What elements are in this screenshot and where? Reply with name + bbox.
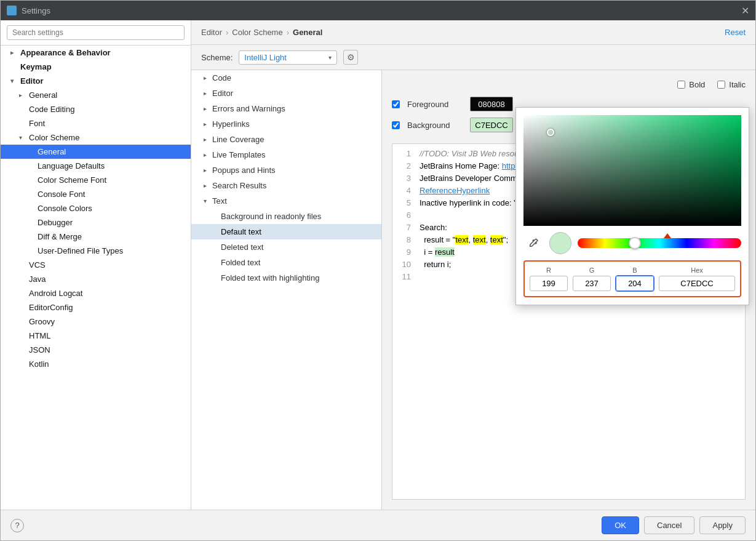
apply-button[interactable]: Apply — [699, 516, 746, 534]
sidebar-item-json[interactable]: JSON — [1, 343, 191, 357]
arrow-icon — [28, 247, 36, 254]
tree-arrow-icon: ▸ — [204, 105, 212, 112]
cancel-button[interactable]: Cancel — [644, 516, 694, 534]
bold-checkbox[interactable] — [677, 81, 685, 89]
sidebar-item-font[interactable]: Font — [1, 116, 191, 130]
help-button[interactable]: ? — [10, 519, 24, 532]
tree-item-deleted-text[interactable]: Deleted text — [191, 239, 381, 255]
arrow-icon: ▾ — [10, 78, 19, 84]
foreground-checkbox[interactable] — [392, 100, 400, 108]
arrow-icon — [10, 63, 19, 70]
sidebar-item-appearance[interactable]: ▸ Appearance & Behavior — [1, 46, 191, 60]
tree-item-search[interactable]: ▸ Search Results — [191, 178, 381, 193]
tree-item-line-coverage[interactable]: ▸ Line Coverage — [191, 132, 381, 147]
tree-item-code[interactable]: ▸ Code — [191, 70, 381, 86]
sidebar-item-console-font[interactable]: Console Font — [1, 187, 191, 201]
tree-item-editor[interactable]: ▸ Editor — [191, 86, 381, 101]
sidebar-item-debugger[interactable]: Debugger — [1, 215, 191, 230]
color-picker-popup: R G B Hex — [515, 107, 749, 305]
g-label: G — [589, 266, 595, 274]
reset-button[interactable]: Reset — [725, 28, 746, 37]
picker-dot — [547, 129, 554, 136]
arrow-icon — [28, 219, 36, 226]
svg-rect-1 — [523, 115, 741, 226]
italic-checkbox[interactable] — [717, 81, 725, 89]
rgb-inputs: R G B Hex — [523, 260, 741, 297]
tree-item-folded-text[interactable]: Folded text — [191, 255, 381, 270]
highlight-text: text — [473, 235, 486, 244]
app-icon — [7, 6, 17, 15]
eyedropper-button[interactable] — [523, 233, 543, 253]
b-input[interactable] — [616, 276, 654, 291]
bottom-bar: ? OK Cancel Apply — [1, 510, 755, 540]
sidebar-item-android-logcat[interactable]: Android Logcat — [1, 286, 191, 300]
nav-tree: ▸ Appearance & Behavior Keymap ▾ Editor … — [1, 46, 191, 510]
sidebar-item-java[interactable]: Java — [1, 272, 191, 286]
line-num: 1 — [392, 149, 417, 158]
sidebar-item-groovy[interactable]: Groovy — [1, 315, 191, 329]
arrow-icon — [28, 148, 36, 155]
italic-label: Italic — [729, 80, 746, 89]
tree-item-default-text[interactable]: Default text — [191, 224, 381, 239]
sidebar-item-general-sub[interactable]: General — [1, 145, 191, 159]
foreground-hex-label: 080808 — [478, 100, 504, 109]
hue-indicator — [664, 233, 671, 238]
color-gradient[interactable] — [523, 115, 741, 226]
sidebar-item-diff-merge[interactable]: Diff & Merge — [1, 230, 191, 244]
line-num: 11 — [392, 272, 417, 281]
sidebar-item-language-defaults[interactable]: Language Defaults — [1, 159, 191, 173]
hex-field: Hex — [659, 266, 735, 291]
settings-top: Bold Italic — [392, 80, 746, 89]
tree-item-live-templates[interactable]: ▸ Live Templates — [191, 147, 381, 162]
bold-label: Bold — [689, 80, 705, 89]
sidebar-item-color-scheme-font[interactable]: Color Scheme Font — [1, 173, 191, 187]
hue-bar[interactable] — [578, 238, 741, 248]
action-buttons: OK Cancel Apply — [602, 516, 746, 534]
breadcrumb-sep1: › — [226, 28, 228, 37]
bold-checkbox-row: Bold — [677, 80, 705, 89]
sidebar-item-editor[interactable]: ▾ Editor — [1, 74, 191, 88]
arrow-icon — [28, 233, 36, 240]
arrow-icon — [19, 262, 28, 268]
sidebar-item-editor-config[interactable]: EditorConfig — [1, 300, 191, 315]
ok-button[interactable]: OK — [602, 516, 639, 534]
search-input[interactable] — [7, 25, 185, 40]
background-label: Background — [407, 121, 463, 130]
tree-arrow-icon — [212, 275, 221, 281]
tree-arrow-icon — [212, 228, 221, 235]
tree-item-errors[interactable]: ▸ Errors and Warnings — [191, 101, 381, 116]
line-num: 6 — [392, 210, 417, 220]
sidebar-item-code-editing[interactable]: Code Editing — [1, 102, 191, 116]
tree-item-folded-highlight[interactable]: Folded text with highlighting — [191, 270, 381, 286]
sidebar-item-keymap[interactable]: Keymap — [1, 60, 191, 74]
tree-item-text[interactable]: ▾ Text — [191, 193, 381, 209]
sidebar-item-vcs[interactable]: VCS — [1, 258, 191, 272]
sidebar-item-color-scheme[interactable]: ▾ Color Scheme — [1, 130, 191, 145]
arrow-icon: ▾ — [19, 134, 28, 141]
highlight-text: text — [455, 235, 468, 244]
tree-item-hyperlinks[interactable]: ▸ Hyperlinks — [191, 116, 381, 132]
tree-item-bg-readonly[interactable]: Background in readonly files — [191, 209, 381, 224]
breadcrumb: Editor › Color Scheme › General — [201, 28, 322, 37]
hex-input[interactable] — [659, 276, 735, 291]
g-input[interactable] — [573, 276, 611, 291]
gear-button[interactable]: ⚙ — [343, 50, 358, 65]
background-hex-label: C7EDCC — [475, 121, 507, 130]
sidebar-item-general[interactable]: ▸ General — [1, 88, 191, 102]
foreground-swatch[interactable]: 080808 — [470, 97, 513, 111]
hue-bar-container — [578, 238, 741, 248]
tree-item-popups[interactable]: ▸ Popups and Hints — [191, 162, 381, 178]
sidebar-item-user-defined[interactable]: User-Defined File Types — [1, 244, 191, 258]
sidebar-item-kotlin[interactable]: Kotlin — [1, 357, 191, 371]
color-preview — [549, 232, 571, 254]
background-checkbox[interactable] — [392, 121, 400, 129]
background-swatch[interactable]: C7EDCC — [470, 118, 513, 132]
sidebar-item-html[interactable]: HTML — [1, 329, 191, 343]
line-num: 3 — [392, 174, 417, 183]
scheme-select[interactable]: IntelliJ Light ▾ — [239, 50, 337, 65]
arrow-icon: ▸ — [10, 49, 19, 56]
close-button[interactable]: ✕ — [741, 5, 749, 17]
r-input[interactable] — [530, 276, 568, 291]
foreground-label: Foreground — [407, 100, 463, 109]
sidebar-item-console-colors[interactable]: Console Colors — [1, 201, 191, 215]
